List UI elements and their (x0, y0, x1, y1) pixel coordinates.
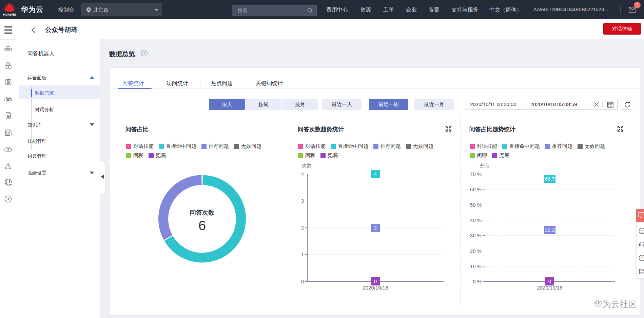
svg-text:IP: IP (7, 197, 10, 201)
svg-text:?: ? (641, 256, 643, 260)
svg-text:W: W (9, 183, 12, 186)
svg-text:HUAWEI: HUAWEI (3, 13, 16, 16)
